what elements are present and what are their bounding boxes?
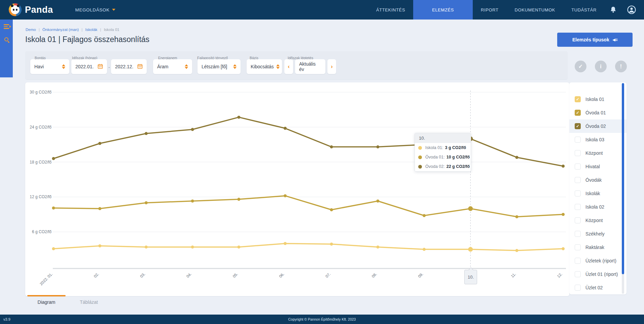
data-point[interactable]	[376, 246, 379, 249]
data-point[interactable]	[376, 200, 379, 203]
checkbox-checked[interactable]: ✓	[575, 110, 581, 116]
breadcrumb-link[interactable]: Önkormányzat (man)	[42, 28, 79, 32]
search-icon[interactable]	[4, 37, 8, 41]
tab-táblázat[interactable]: Táblázat	[68, 296, 110, 308]
info-circle-icon[interactable]: i	[595, 61, 607, 72]
data-point[interactable]	[330, 145, 333, 148]
data-point[interactable]	[562, 213, 565, 216]
data-point[interactable]	[562, 165, 565, 168]
data-point[interactable]	[237, 246, 240, 249]
nav-item-dokumentumok[interactable]: DOKUMENTUMOK	[507, 0, 564, 20]
check-circle-icon[interactable]: ✓	[575, 61, 586, 72]
data-point[interactable]	[52, 247, 55, 250]
breadcrumb-link[interactable]: Iskolák	[85, 28, 97, 32]
line-chart[interactable]: 30 g CO2/fő24 g CO2/fő18 g CO2/fő12 g CO…	[25, 82, 569, 296]
checkbox-unchecked[interactable]	[575, 217, 581, 223]
fajlagosito-select[interactable]: Létszám [fő]	[198, 59, 241, 74]
checkbox-unchecked[interactable]	[575, 271, 581, 277]
site-row[interactable]: ✓Óvoda 02	[569, 119, 627, 133]
data-point[interactable]	[284, 127, 287, 130]
nav-menu-megoldasok[interactable]: MEGOLDÁSOK	[75, 7, 115, 12]
notifications-bell-icon[interactable]	[610, 6, 616, 13]
analysis-types-button[interactable]: Elemzés típusok ◂≡	[557, 33, 633, 47]
brand[interactable]: Panda	[9, 3, 53, 16]
nav-item-elemzés[interactable]: ELEMZÉS	[413, 0, 473, 20]
panel-scrollbar-thumb[interactable]	[622, 83, 624, 274]
date-from-input[interactable]: 2022.01.	[71, 59, 107, 74]
data-point[interactable]	[191, 200, 194, 203]
data-point[interactable]	[330, 243, 333, 246]
data-point[interactable]	[98, 142, 101, 145]
data-point[interactable]	[468, 206, 473, 211]
period-prev-button[interactable]: ‹	[284, 59, 293, 74]
bazis-select[interactable]: Kibocsátás	[247, 59, 282, 74]
data-point[interactable]	[145, 201, 148, 204]
data-point[interactable]	[284, 194, 287, 197]
period-current-button[interactable]: Aktuális év	[295, 59, 325, 74]
tooltip-row: Óvoda 01:10 g CO2/fő	[415, 152, 471, 162]
data-point[interactable]	[52, 157, 55, 160]
site-row[interactable]: Hivatal	[569, 160, 627, 173]
site-row[interactable]: Iskolák	[569, 187, 627, 200]
y-axis-label: 18 g CO2/fő	[30, 160, 51, 165]
data-point[interactable]	[237, 116, 240, 119]
data-point[interactable]	[191, 246, 194, 249]
data-point[interactable]	[284, 242, 287, 245]
checkbox-unchecked[interactable]	[575, 177, 581, 183]
checkbox-checked[interactable]: ✓	[575, 123, 581, 129]
checkbox-unchecked[interactable]	[575, 244, 581, 250]
site-row[interactable]: Központ	[569, 146, 627, 160]
data-point[interactable]	[515, 215, 518, 218]
data-point[interactable]	[515, 249, 518, 252]
checkbox-unchecked[interactable]	[575, 231, 581, 237]
data-point[interactable]	[191, 128, 194, 131]
brand-name: Panda	[25, 5, 53, 15]
period-next-button[interactable]: ›	[327, 59, 336, 74]
breadcrumb-link[interactable]: Demo	[26, 28, 36, 32]
checkbox-unchecked[interactable]	[575, 137, 581, 143]
site-row[interactable]: Raktárak	[569, 241, 627, 254]
data-point[interactable]	[423, 248, 426, 251]
nav-item-áttekintés[interactable]: ÁTTEKINTÉS	[368, 0, 413, 20]
checkbox-unchecked[interactable]	[575, 204, 581, 210]
data-point[interactable]	[98, 244, 101, 247]
site-row[interactable]: Székhely	[569, 227, 627, 241]
data-point[interactable]	[562, 247, 565, 250]
energianem-select[interactable]: Áram	[153, 59, 192, 74]
checkbox-unchecked[interactable]	[575, 164, 581, 170]
site-row[interactable]: Iskola 02	[569, 200, 627, 214]
panel-scrollbar-track[interactable]	[622, 83, 624, 294]
nav-item-tudástár[interactable]: TUDÁSTÁR	[563, 0, 605, 20]
data-point[interactable]	[515, 156, 518, 159]
checkbox-unchecked[interactable]	[575, 258, 581, 264]
data-point[interactable]	[423, 214, 426, 217]
data-point[interactable]	[98, 207, 101, 210]
data-point[interactable]	[330, 208, 333, 211]
data-point[interactable]	[52, 207, 55, 210]
checkbox-checked[interactable]: ✓	[575, 96, 581, 102]
data-point[interactable]	[376, 145, 379, 148]
site-row[interactable]: ✓Óvoda 01	[569, 106, 627, 119]
site-row[interactable]: ✓Iskola 01	[569, 93, 627, 106]
warning-circle-icon[interactable]: !	[615, 61, 627, 72]
menu-expand-icon[interactable]	[4, 24, 9, 30]
user-avatar-icon[interactable]	[627, 5, 636, 14]
checkbox-unchecked[interactable]	[575, 150, 581, 156]
data-point[interactable]	[468, 247, 473, 252]
date-to-input[interactable]: 2022.12.	[111, 59, 147, 74]
site-row[interactable]: Óvodák	[569, 173, 627, 187]
checkbox-unchecked[interactable]	[575, 190, 581, 196]
data-point[interactable]	[145, 246, 148, 249]
bontas-select[interactable]: Havi	[30, 59, 69, 74]
data-point[interactable]	[237, 198, 240, 201]
site-row[interactable]: Üzletek (riport)	[569, 254, 627, 267]
data-point[interactable]	[145, 132, 148, 135]
site-row[interactable]: Üzlet 01 (riport)	[569, 267, 627, 281]
tab-diagram[interactable]: Diagram	[25, 296, 68, 308]
site-row[interactable]: Iskola 03	[569, 133, 627, 146]
site-row[interactable]: Központ	[569, 214, 627, 227]
nav-item-riport[interactable]: RIPORT	[473, 0, 506, 20]
date-from-value: 2022.01.	[75, 64, 95, 69]
checkbox-unchecked[interactable]	[575, 285, 581, 291]
site-row[interactable]: Üzlet 02	[569, 281, 627, 294]
